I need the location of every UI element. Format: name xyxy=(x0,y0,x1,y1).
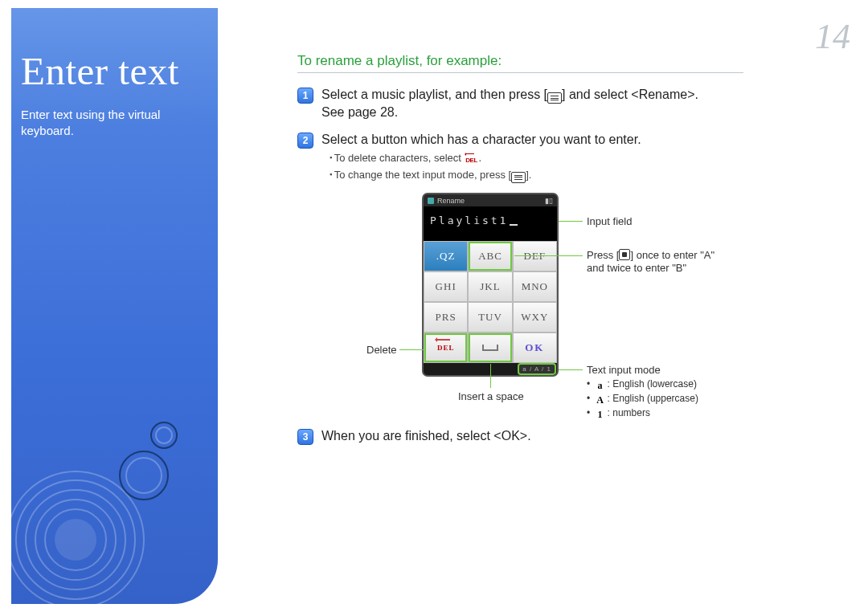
page-reference: See page 28. xyxy=(321,104,698,121)
page-number: 14 xyxy=(815,16,850,57)
phone-mock: Rename ▮▯ Playlist1 .QZ ABC DEF GHI JKL … xyxy=(422,193,559,377)
del-icon: DEL xyxy=(465,156,479,167)
page-subtitle: Enter text using the virtual keyboard. xyxy=(21,107,203,140)
keypad: .QZ ABC DEF GHI JKL MNO PRS TUV WXY DEL … xyxy=(424,241,557,363)
section-heading: To rename a playlist, for example: xyxy=(297,53,743,73)
key-mno[interactable]: MNO xyxy=(513,271,557,302)
svg-point-7 xyxy=(126,458,162,493)
step-text: When you are finished, select <OK>. xyxy=(321,429,531,443)
annot-text: : numbers xyxy=(608,407,650,418)
annot-text: and twice to enter "B" xyxy=(587,262,686,274)
annot-text: Text input mode xyxy=(587,364,661,376)
step-badge: 3 xyxy=(297,429,313,445)
sub-bullets: To delete characters, select DEL. To cha… xyxy=(330,151,641,182)
annot-delete: Delete xyxy=(366,344,397,357)
key-prs[interactable]: PRS xyxy=(424,302,468,333)
bullet-text: To change the text input mode, press [ xyxy=(334,169,511,181)
step-1: 1 Select a music playlist, and then pres… xyxy=(297,86,844,121)
phone-titlebar: Rename ▮▯ xyxy=(424,194,557,206)
battery-icon: ▮▯ xyxy=(545,197,553,205)
callout-line xyxy=(399,349,424,350)
step-3: 3 When you are finished, select <OK>. xyxy=(297,427,844,445)
key-ok[interactable]: OK xyxy=(513,333,557,363)
app-icon xyxy=(428,198,434,204)
select-icon xyxy=(619,249,630,260)
step-2: 2 Select a button which has a character … xyxy=(297,131,844,183)
keyboard-diagram: Rename ▮▯ Playlist1 .QZ ABC DEF GHI JKL … xyxy=(297,193,743,410)
sidebar: Enter text Enter text using the virtual … xyxy=(11,8,218,604)
step-badge: 1 xyxy=(297,88,313,104)
lowercase-icon: a xyxy=(593,381,608,392)
step-badge: 2 xyxy=(297,133,313,149)
phone-title: Rename xyxy=(437,197,465,205)
bullet-text: . xyxy=(479,152,482,164)
key-qz[interactable]: .QZ xyxy=(424,241,468,271)
step-text: ] and select <Rename>. xyxy=(562,88,698,101)
callout-line xyxy=(559,369,583,370)
menu-icon xyxy=(511,172,526,183)
callout-line xyxy=(559,221,583,222)
caret xyxy=(510,224,518,226)
key-jkl[interactable]: JKL xyxy=(468,271,512,302)
key-space[interactable] xyxy=(468,333,512,363)
annot-mode: Text input mode a: English (lowercase) A… xyxy=(587,364,698,422)
annot-press: Press [] once to enter "A" and twice to … xyxy=(587,249,714,276)
annot-text: : English (lowercase) xyxy=(608,378,697,390)
bullet-text: ]. xyxy=(526,169,531,181)
annot-text: : English (uppercase) xyxy=(608,393,698,404)
annot-space: Insert a space xyxy=(458,390,524,404)
input-field[interactable]: Playlist1 xyxy=(424,206,557,241)
key-abc[interactable]: ABC xyxy=(468,241,512,271)
callout-line xyxy=(490,364,491,388)
page-title: Enter text xyxy=(21,48,203,94)
step-text: Select a button which has a character yo… xyxy=(321,133,641,146)
svg-point-9 xyxy=(156,427,172,443)
key-tuv[interactable]: TUV xyxy=(468,302,512,333)
mode-indicator[interactable]: a / A / 1 xyxy=(519,365,555,373)
bullet-text: To delete characters, select xyxy=(334,152,465,164)
input-value: Playlist1 xyxy=(430,214,508,226)
svg-point-8 xyxy=(151,422,177,448)
annot-text: ] once to enter "A" xyxy=(630,249,714,261)
key-ghi[interactable]: GHI xyxy=(424,271,468,302)
main-content: To rename a playlist, for example: 1 Sel… xyxy=(297,53,844,455)
step-text: Select a music playlist, and then press … xyxy=(321,88,547,101)
number-icon: 1 xyxy=(593,410,608,421)
svg-point-5 xyxy=(55,519,96,561)
menu-icon xyxy=(547,92,562,104)
annot-input-field: Input field xyxy=(587,215,632,229)
uppercase-icon: A xyxy=(593,395,608,406)
callout-line xyxy=(514,255,583,256)
annot-text: Press [ xyxy=(587,249,619,261)
key-del[interactable]: DEL xyxy=(424,333,468,363)
decorative-circles xyxy=(11,403,212,604)
key-wxy[interactable]: WXY xyxy=(513,302,557,333)
